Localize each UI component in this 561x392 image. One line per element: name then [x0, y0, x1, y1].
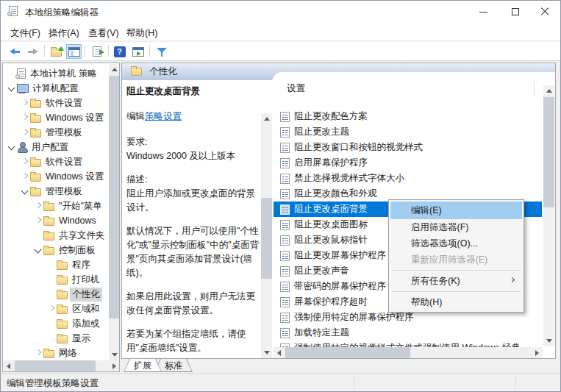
show-console-tree-button[interactable] — [66, 44, 82, 59]
help-button[interactable]: ? — [112, 44, 127, 59]
tree-item-network[interactable]: 网络 — [3, 346, 120, 360]
setting-row[interactable]: 阻止更改配色方案 — [274, 109, 542, 124]
scroll-left-icon[interactable] — [277, 350, 281, 356]
forward-button[interactable] — [25, 44, 40, 59]
menu-view[interactable]: 查看(V) — [85, 26, 123, 41]
scroll-up-icon[interactable] — [546, 89, 552, 93]
chevron-collapsed-icon[interactable] — [33, 348, 43, 358]
context-menu-edit[interactable]: 编辑(E) — [390, 202, 522, 219]
tree-item-regional[interactable]: 区域和 — [3, 302, 120, 316]
up-one-level-button[interactable] — [49, 44, 64, 59]
folder-icon — [57, 262, 68, 270]
maximize-button[interactable] — [503, 1, 528, 23]
tree-item-start-menu[interactable]: "开始"菜单 — [3, 199, 120, 213]
setting-row[interactable]: 禁止选择视觉样式字体大小 — [274, 171, 542, 186]
scrollbar-thumb[interactable] — [15, 360, 96, 371]
scroll-up-icon[interactable] — [112, 68, 118, 71]
chevron-collapsed-icon[interactable] — [20, 127, 30, 138]
chevron-collapsed-icon[interactable] — [20, 113, 30, 123]
tab-extended[interactable]: 扩展 — [124, 359, 162, 372]
chevron-collapsed-icon[interactable] — [20, 98, 30, 108]
context-menu-enable-filter[interactable]: 启用筛选器(F) — [390, 219, 522, 235]
folder-icon — [30, 188, 41, 196]
tree-item-personalization[interactable]: 个性化 — [3, 287, 120, 302]
scroll-left-icon[interactable] — [7, 363, 10, 369]
folder-icon — [30, 100, 41, 108]
tree-horizontal-scrollbar[interactable] — [3, 360, 120, 371]
folder-icon — [43, 203, 54, 211]
folder-icon — [30, 174, 41, 182]
export-list-button[interactable] — [89, 44, 104, 59]
back-button[interactable] — [7, 44, 22, 59]
folder-icon — [57, 291, 68, 299]
chevron-expanded-icon[interactable] — [7, 83, 17, 93]
scrollbar-thumb[interactable] — [285, 347, 410, 358]
context-menu-help[interactable]: 帮助(H) — [390, 294, 522, 310]
tree-item-windows-settings[interactable]: Windows 设置 — [3, 169, 120, 184]
tree-item-windows-settings[interactable]: Windows 设置 — [3, 110, 120, 125]
tree-item-printers[interactable]: 打印机 — [3, 272, 120, 287]
context-menu-all-tasks[interactable]: 所有任务(K) — [390, 273, 522, 289]
tree-item-admin-templates[interactable]: 管理模板 — [3, 184, 120, 199]
local-group-policy-editor-window: 本地组策略编辑器 文件(F) 操作(A) 查看(V) 帮助(H) ? 本地计算机… — [0, 0, 561, 392]
filter-button[interactable] — [154, 44, 169, 59]
chevron-collapsed-icon[interactable] — [33, 201, 43, 211]
tree-item-software-settings[interactable]: 软件设置 — [3, 96, 120, 110]
tree-vertical-scrollbar[interactable] — [109, 64, 120, 360]
back-icon — [10, 49, 20, 55]
chevron-expanded-icon[interactable] — [20, 186, 30, 196]
help-icon: ? — [114, 46, 126, 57]
policy-icon — [280, 158, 290, 168]
tree-item-root[interactable]: 本地计算机 策略 — [3, 66, 120, 81]
setting-row[interactable]: 阻止更改主题 — [274, 124, 542, 140]
tree-item-windows-components[interactable]: Windows — [3, 213, 120, 228]
chevron-collapsed-icon[interactable] — [20, 157, 30, 167]
tree-item-admin-templates[interactable]: 管理模板 — [3, 125, 120, 140]
list-horizontal-scrollbar[interactable] — [274, 347, 543, 358]
settings-column-header[interactable]: 设置 — [287, 82, 305, 95]
requirements-label: 要求: — [126, 135, 260, 149]
folder-icon — [30, 129, 41, 138]
tree-item-programs[interactable]: 程序 — [3, 257, 120, 272]
chevron-collapsed-icon[interactable] — [46, 304, 57, 314]
list-vertical-scrollbar[interactable] — [543, 85, 554, 346]
scroll-right-icon[interactable] — [112, 363, 116, 369]
setting-row[interactable]: 加载特定主题 — [274, 325, 542, 341]
tree-item-control-panel[interactable]: 控制面板 — [3, 243, 120, 257]
policy-icon — [280, 235, 290, 246]
menu-separator — [392, 291, 521, 292]
menu-file[interactable]: 文件(F) — [7, 26, 44, 41]
scroll-down-icon[interactable] — [546, 339, 552, 343]
scrollbar-thumb[interactable] — [543, 97, 554, 207]
menu-action[interactable]: 操作(A) — [45, 26, 83, 41]
minimize-button[interactable] — [471, 1, 496, 23]
chevron-collapsed-icon[interactable] — [20, 171, 30, 182]
column-divider[interactable] — [534, 81, 535, 96]
tree-item-software-settings[interactable]: 软件设置 — [3, 154, 120, 169]
menu-help[interactable]: 帮助(H) — [123, 26, 161, 41]
scrollbar-thumb[interactable] — [109, 76, 120, 318]
policy-root-icon — [17, 68, 26, 79]
tree-item-user-config[interactable]: 用户配置 — [3, 140, 120, 154]
context-menu-filter-options[interactable]: 筛选器选项(O)... — [390, 235, 522, 252]
edit-policy-link[interactable]: 策略设置 — [145, 111, 182, 121]
scroll-right-icon[interactable] — [535, 350, 539, 356]
scroll-down-icon[interactable] — [112, 353, 118, 357]
scrollbar-thumb[interactable] — [261, 198, 272, 279]
tree-item-computer-config[interactable]: 计算机配置 — [3, 81, 120, 96]
scroll-up-icon[interactable] — [264, 117, 270, 121]
scroll-down-icon[interactable] — [264, 351, 270, 354]
close-button[interactable] — [532, 1, 557, 23]
tree-item-display[interactable]: 显示 — [3, 331, 120, 346]
setting-row[interactable]: 阻止更改窗口和按钮的视觉样式 — [274, 140, 542, 155]
tree-item-shared-folders[interactable]: 共享文件夹 — [3, 228, 120, 243]
show-action-pane-button[interactable] — [130, 44, 146, 59]
policy-description-panel: 阻止更改桌面背景 编辑策略设置 要求: Windows 2000 及以上版本 描… — [126, 85, 260, 359]
chevron-expanded-icon[interactable] — [33, 245, 43, 255]
chevron-collapsed-icon[interactable] — [33, 215, 43, 226]
description-vertical-scrollbar[interactable] — [261, 113, 272, 358]
chevron-expanded-icon[interactable] — [7, 142, 17, 152]
tree-item-add-remove[interactable]: 添加或 — [3, 316, 120, 331]
setting-row[interactable]: 启用屏幕保护程序 — [274, 155, 542, 171]
folder-icon — [43, 232, 54, 240]
